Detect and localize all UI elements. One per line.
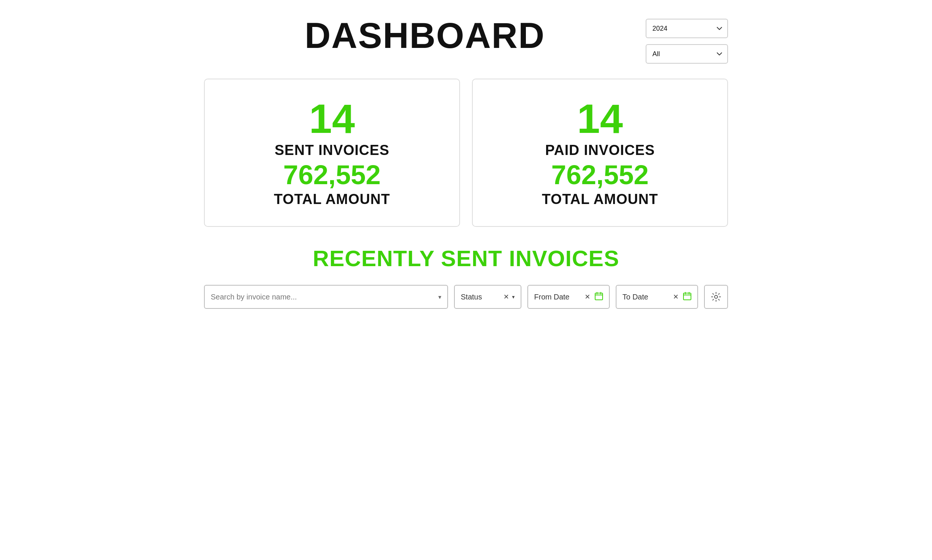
paid-invoices-amount-label: TOTAL AMOUNT [542, 191, 658, 208]
sent-invoices-amount: 762,552 [283, 162, 381, 188]
search-chevron-icon: ▾ [438, 294, 441, 301]
to-date-clear-icon[interactable]: ✕ [673, 293, 678, 301]
from-date-clear-icon[interactable]: ✕ [584, 293, 590, 301]
to-date-filter[interactable]: To Date ✕ [616, 285, 698, 309]
paid-invoices-card: 14 PAID INVOICES 762,552 TOTAL AMOUNT [472, 78, 728, 227]
filter-bar: ▾ Status ✕ ▾ From Date ✕ [204, 285, 728, 309]
search-input[interactable] [211, 293, 435, 302]
search-wrapper[interactable]: ▾ [204, 285, 448, 309]
paid-invoices-label: PAID INVOICES [545, 142, 655, 158]
sent-invoices-card: 14 SENT INVOICES 762,552 TOTAL AMOUNT [204, 78, 460, 227]
sent-invoices-amount-label: TOTAL AMOUNT [274, 191, 390, 208]
stats-row: 14 SENT INVOICES 762,552 TOTAL AMOUNT 14… [204, 78, 728, 227]
page-wrapper: DASHBOARD 2022 2023 2024 2025 All Januar… [204, 15, 728, 309]
status-filter[interactable]: Status ✕ ▾ [454, 285, 521, 309]
to-date-calendar-icon[interactable] [683, 292, 691, 302]
from-date-calendar-icon[interactable] [595, 292, 603, 302]
status-chevron-icon[interactable]: ▾ [512, 294, 515, 300]
to-date-label: To Date [623, 293, 669, 302]
sent-invoices-count: 14 [309, 98, 355, 139]
svg-rect-0 [595, 293, 603, 300]
from-date-label: From Date [534, 293, 580, 302]
svg-point-8 [715, 295, 718, 298]
paid-invoices-count: 14 [577, 98, 623, 139]
status-filter-icons: ✕ ▾ [503, 293, 515, 301]
header-title-area: DASHBOARD [204, 15, 646, 56]
header-row: DASHBOARD 2022 2023 2024 2025 All Januar… [204, 15, 728, 64]
gear-icon [711, 292, 721, 302]
svg-rect-4 [683, 293, 691, 300]
status-clear-icon[interactable]: ✕ [503, 293, 509, 301]
month-filter-select[interactable]: All January February March April May Jun… [646, 44, 728, 64]
year-select[interactable]: 2022 2023 2024 2025 [646, 19, 728, 38]
from-date-filter[interactable]: From Date ✕ [528, 285, 610, 309]
page-title: DASHBOARD [305, 15, 545, 56]
sent-invoices-label: SENT INVOICES [275, 142, 390, 158]
paid-invoices-amount: 762,552 [551, 162, 649, 188]
settings-button[interactable] [704, 285, 728, 309]
recently-sent-title: RECENTLY SENT INVOICES [204, 246, 728, 271]
status-filter-label: Status [461, 293, 499, 302]
header-controls: 2022 2023 2024 2025 All January February… [646, 15, 728, 64]
